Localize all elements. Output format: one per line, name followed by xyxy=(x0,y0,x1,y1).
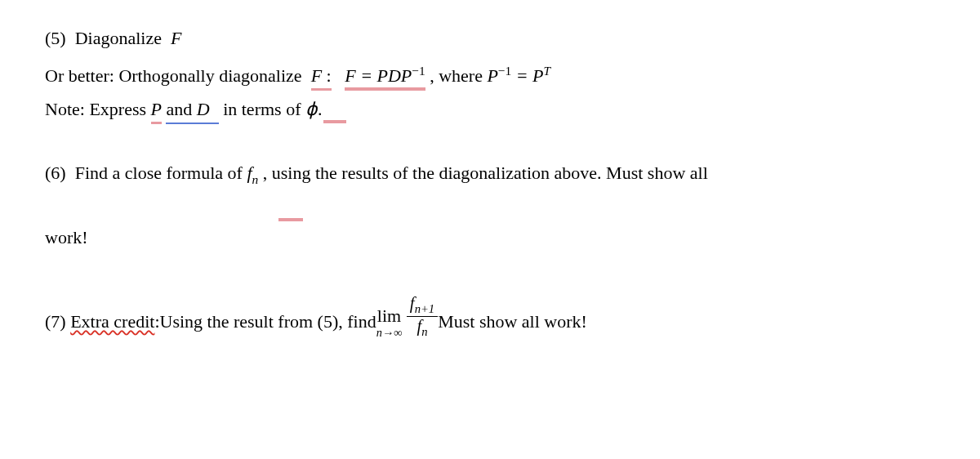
frac-num: fn+1 xyxy=(407,295,438,317)
p5-orbetter: Or better: Orthogonally diagonalize xyxy=(45,65,302,86)
limit-icon: lim n→∞ xyxy=(376,307,403,338)
p7-number: (7) xyxy=(45,308,66,335)
frac-den: fn xyxy=(407,317,438,338)
p5-where: , where xyxy=(430,65,487,86)
p6-line1b xyxy=(45,194,935,221)
p5-and: and D xyxy=(166,96,218,123)
p5-line1: (5) Diagonalize F xyxy=(45,25,935,51)
problem-5: (5) Diagonalize F Or better: Orthogonall… xyxy=(45,25,935,123)
fraction: fn+1 fn xyxy=(407,295,438,338)
red-mark-icon xyxy=(323,120,346,123)
p5-Pvar: P xyxy=(151,96,162,123)
p6-fn: fn , xyxy=(247,163,267,183)
p7-text1: Using the result from (5), find xyxy=(160,308,376,335)
problem-7: (7) Extra credit: Using the result from … xyxy=(45,300,935,343)
p5-line2: Or better: Orthogonally diagonalize F : … xyxy=(45,61,935,89)
p6-line2: work! xyxy=(45,224,935,251)
p6-work: work! xyxy=(45,227,88,247)
p6-text1: Find a close formula of xyxy=(75,163,247,183)
p5-number: (5) xyxy=(45,28,66,48)
p5-interms: in terms of xyxy=(223,99,305,119)
p5-P: P xyxy=(487,65,497,86)
p5-F-ul: F : xyxy=(311,62,332,89)
p5-line3: Note: Express P and D in terms of ϕ. xyxy=(45,96,935,123)
p5-F: F xyxy=(171,28,181,48)
p5-eq: F = PDP−1 xyxy=(345,61,425,89)
p7-extra: Extra credit xyxy=(70,308,154,335)
p6-text2: using the results of the diagonalization… xyxy=(272,163,708,183)
p6-number: (6) xyxy=(45,163,66,183)
p5-phi-wrap: ϕ. xyxy=(305,99,347,119)
p6-line1: (6) Find a close formula of fn , using t… xyxy=(45,159,935,189)
p5-note: Note: Express xyxy=(45,99,151,119)
p5-title: Diagonalize xyxy=(75,28,162,48)
problem-6: (6) Find a close formula of fn , using t… xyxy=(45,159,935,251)
red-mark-icon xyxy=(278,218,303,221)
p7-text2: Must show all work! xyxy=(438,308,587,335)
